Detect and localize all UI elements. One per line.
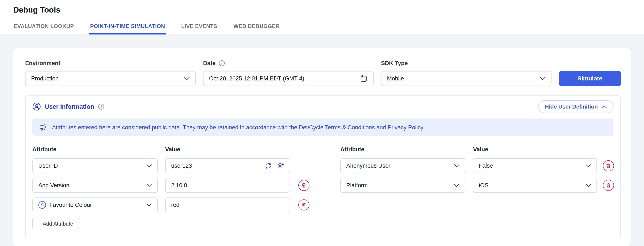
anonymous-user-value-select[interactable]: False: [473, 158, 597, 173]
attribute-name: Platform: [346, 182, 368, 189]
attribute-name: Anonymous User: [346, 163, 390, 169]
info-icon[interactable]: [98, 103, 104, 110]
sdk-type-label: SDK Type: [381, 60, 552, 66]
delete-attribute-button[interactable]: [603, 180, 614, 191]
calendar-icon[interactable]: [360, 75, 368, 82]
info-icon[interactable]: [219, 60, 225, 66]
trash-icon: [301, 183, 306, 188]
megaphone-icon: [38, 123, 47, 132]
environment-label: Environment: [25, 60, 196, 66]
right-column-headers: Attribute Value: [340, 146, 615, 153]
page-header: Debug Tools EVALUATION LOOKUP POINT-IN-T…: [0, 0, 644, 35]
attribute-value: False: [479, 163, 493, 169]
chevron-down-icon: [184, 77, 190, 80]
date-label: Date: [203, 60, 216, 66]
date-field-group: Date Oct 20, 2025 12:01 PM EDT (GMT-4): [203, 60, 374, 86]
value-column-header: Value: [165, 146, 180, 153]
attribute-row-platform: Platform iOS: [340, 178, 615, 193]
delete-attribute-button[interactable]: [603, 160, 614, 171]
public-data-banner: Attributes entered here are considered p…: [32, 119, 614, 136]
attribute-select-user-id[interactable]: User ID: [32, 158, 158, 173]
refresh-icon[interactable]: [265, 162, 272, 169]
attribute-select-app-version[interactable]: App Version: [32, 178, 158, 193]
favourite-colour-value-wrap: [165, 198, 289, 212]
chevron-down-icon: [586, 164, 591, 168]
simulation-card: Environment Production Date Oct 20, 2025: [13, 48, 631, 246]
add-attribute-button[interactable]: + Add Attribute: [32, 218, 79, 230]
chevron-down-icon: [540, 77, 546, 80]
trash-icon: [606, 183, 611, 188]
delete-attribute-button[interactable]: [298, 199, 310, 211]
tab-bar: EVALUATION LOOKUP POINT-IN-TIME SIMULATI…: [14, 23, 280, 34]
user-id-input-icons: [265, 158, 284, 173]
attribute-row-favourite-colour: S Favourite Colour: [32, 198, 310, 212]
attribute-value: iOS: [479, 182, 488, 189]
simulation-controls: Environment Production Date Oct 20, 2025: [25, 60, 621, 86]
attribute-select-anonymous-user[interactable]: Anonymous User: [340, 158, 465, 173]
user-information-header: User Information Hide User Definition: [32, 100, 614, 113]
date-input[interactable]: Oct 20, 2025 12:01 PM EDT (GMT-4): [203, 71, 374, 86]
trash-icon: [301, 202, 306, 208]
sdk-type-select[interactable]: Mobile: [381, 71, 552, 86]
attribute-row-app-version: App Version: [32, 178, 310, 193]
tab-live-events[interactable]: LIVE EVENTS: [181, 23, 217, 34]
chevron-down-icon: [146, 204, 152, 207]
chevron-down-icon: [146, 164, 152, 168]
main-area: Environment Production Date Oct 20, 2025: [0, 35, 644, 246]
attribute-name: User ID: [38, 163, 58, 169]
left-column-headers: Attribute Value: [32, 146, 310, 153]
trash-icon: [606, 163, 611, 168]
page-title: Debug Tools: [13, 5, 60, 14]
value-column-header: Value: [473, 146, 488, 153]
chevron-down-icon: [454, 164, 459, 168]
date-value: Oct 20, 2025 12:01 PM EDT (GMT-4): [209, 75, 304, 82]
environment-field-group: Environment Production: [25, 60, 196, 86]
delete-attribute-button[interactable]: [298, 180, 310, 191]
hide-user-definition-button[interactable]: Hide User Definition: [538, 100, 614, 113]
attribute-row-anonymous-user: Anonymous User False: [340, 158, 615, 173]
attributes-grid: Attribute Value User ID: [32, 146, 614, 230]
add-user-icon[interactable]: [277, 162, 284, 170]
sdk-type-value: Mobile: [387, 75, 404, 82]
user-information-title: User Information: [45, 103, 94, 110]
chevron-down-icon: [586, 184, 591, 187]
environment-select[interactable]: Production: [25, 71, 196, 86]
user-information-section: User Information Hide User Definition At…: [25, 95, 621, 238]
attribute-column-header: Attribute: [340, 146, 473, 153]
tab-evaluation-lookup[interactable]: EVALUATION LOOKUP: [14, 23, 74, 34]
hide-user-definition-label: Hide User Definition: [545, 103, 598, 110]
chevron-down-icon: [146, 184, 152, 187]
platform-value-select[interactable]: iOS: [473, 178, 597, 193]
string-type-badge: S: [38, 201, 46, 209]
date-label-row: Date: [203, 60, 374, 66]
user-circle-icon: [32, 102, 41, 111]
app-version-value-wrap: [165, 178, 289, 193]
attribute-name: Favourite Colour: [50, 202, 92, 208]
environment-value: Production: [31, 75, 58, 82]
attribute-column-header: Attribute: [32, 146, 165, 153]
attributes-right-column: Attribute Value Anonymous User False: [340, 146, 615, 230]
attribute-row-user-id: User ID: [32, 158, 310, 173]
chevron-down-icon: [454, 184, 459, 187]
app-version-value-input[interactable]: [165, 178, 289, 193]
attribute-select-favourite-colour[interactable]: S Favourite Colour: [32, 198, 158, 212]
attribute-name: App Version: [38, 182, 70, 189]
user-information-title-row: User Information: [32, 102, 104, 111]
favourite-colour-value-input[interactable]: [165, 198, 289, 212]
user-id-value-wrap: [165, 158, 289, 173]
sdk-type-field-group: SDK Type Mobile: [381, 60, 552, 86]
chevron-up-icon: [602, 105, 607, 108]
attributes-left-column: Attribute Value User ID: [32, 146, 310, 230]
tab-point-in-time-simulation[interactable]: POINT-IN-TIME SIMULATION: [90, 23, 165, 34]
simulate-button[interactable]: Simulate: [559, 71, 621, 86]
attribute-select-platform[interactable]: Platform: [340, 178, 465, 193]
public-data-banner-text: Attributes entered here are considered p…: [52, 124, 424, 131]
tab-web-debugger[interactable]: WEB DEBUGGER: [233, 23, 280, 34]
